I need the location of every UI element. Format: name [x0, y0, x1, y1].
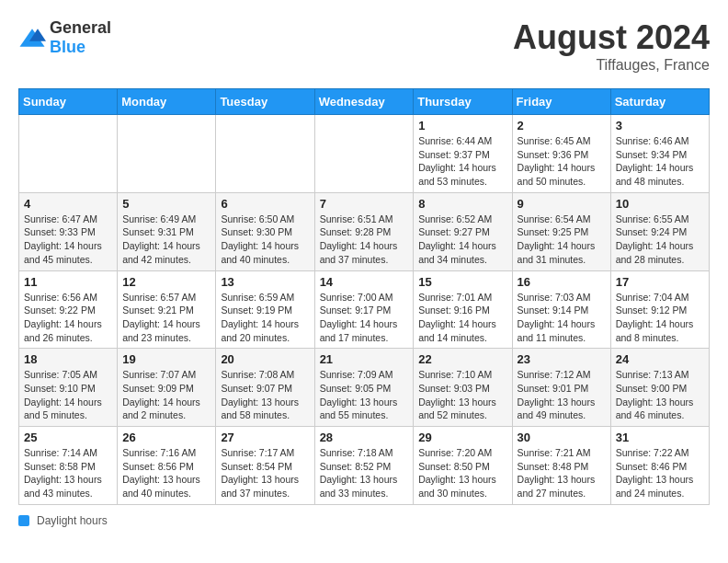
day-number: 18: [24, 352, 112, 366]
calendar-week-3: 11Sunrise: 6:56 AM Sunset: 9:22 PM Dayli…: [19, 270, 710, 349]
day-number: 12: [122, 275, 210, 289]
calendar-cell: 4Sunrise: 6:47 AM Sunset: 9:33 PM Daylig…: [19, 192, 118, 270]
calendar-week-2: 4Sunrise: 6:47 AM Sunset: 9:33 PM Daylig…: [19, 192, 710, 270]
day-detail: Sunrise: 7:17 AM Sunset: 8:54 PM Dayligh…: [221, 446, 309, 500]
day-detail: Sunrise: 7:08 AM Sunset: 9:07 PM Dayligh…: [221, 368, 309, 422]
calendar-cell: 5Sunrise: 6:49 AM Sunset: 9:31 PM Daylig…: [118, 192, 216, 270]
calendar-cell: 20Sunrise: 7:08 AM Sunset: 9:07 PM Dayli…: [216, 349, 314, 427]
day-detail: Sunrise: 7:10 AM Sunset: 9:03 PM Dayligh…: [418, 368, 506, 422]
calendar-cell: 7Sunrise: 6:51 AM Sunset: 9:28 PM Daylig…: [314, 192, 414, 270]
day-detail: Sunrise: 7:05 AM Sunset: 9:10 PM Dayligh…: [24, 368, 112, 422]
day-detail: Sunrise: 6:50 AM Sunset: 9:30 PM Dayligh…: [221, 213, 309, 267]
weekday-header-thursday: Thursday: [414, 89, 512, 115]
day-number: 3: [616, 119, 704, 132]
calendar-cell: 18Sunrise: 7:05 AM Sunset: 9:10 PM Dayli…: [19, 349, 118, 427]
calendar-cell: 16Sunrise: 7:03 AM Sunset: 9:14 PM Dayli…: [512, 270, 610, 349]
day-number: 10: [616, 197, 704, 211]
calendar-cell: 25Sunrise: 7:14 AM Sunset: 8:58 PM Dayli…: [19, 427, 118, 505]
calendar-cell: 29Sunrise: 7:20 AM Sunset: 8:50 PM Dayli…: [414, 427, 512, 505]
calendar-cell: 19Sunrise: 7:07 AM Sunset: 9:09 PM Dayli…: [118, 349, 216, 427]
footer: Daylight hours: [18, 514, 710, 527]
calendar-cell: [19, 115, 118, 193]
day-detail: Sunrise: 6:59 AM Sunset: 9:19 PM Dayligh…: [221, 291, 309, 345]
day-detail: Sunrise: 7:16 AM Sunset: 8:56 PM Dayligh…: [122, 446, 210, 500]
weekday-header-tuesday: Tuesday: [216, 89, 314, 115]
day-number: 16: [518, 275, 606, 289]
day-number: 11: [24, 275, 112, 289]
day-detail: Sunrise: 7:00 AM Sunset: 9:17 PM Dayligh…: [320, 291, 409, 345]
day-detail: Sunrise: 7:01 AM Sunset: 9:16 PM Dayligh…: [418, 291, 506, 345]
day-detail: Sunrise: 7:13 AM Sunset: 9:00 PM Dayligh…: [616, 368, 704, 422]
day-detail: Sunrise: 7:20 AM Sunset: 8:50 PM Dayligh…: [418, 446, 506, 500]
day-detail: Sunrise: 6:52 AM Sunset: 9:27 PM Dayligh…: [418, 213, 506, 267]
calendar-cell: 26Sunrise: 7:16 AM Sunset: 8:56 PM Dayli…: [118, 427, 216, 505]
calendar-cell: 30Sunrise: 7:21 AM Sunset: 8:48 PM Dayli…: [512, 427, 610, 505]
calendar-cell: 13Sunrise: 6:59 AM Sunset: 9:19 PM Dayli…: [216, 270, 314, 349]
day-number: 27: [221, 431, 309, 444]
weekday-header-friday: Friday: [512, 89, 610, 115]
calendar-cell: 22Sunrise: 7:10 AM Sunset: 9:03 PM Dayli…: [414, 349, 512, 427]
day-number: 21: [320, 352, 409, 366]
day-detail: Sunrise: 6:51 AM Sunset: 9:28 PM Dayligh…: [320, 213, 409, 267]
calendar-cell: 2Sunrise: 6:45 AM Sunset: 9:36 PM Daylig…: [512, 115, 610, 193]
calendar-cell: 9Sunrise: 6:54 AM Sunset: 9:25 PM Daylig…: [512, 192, 610, 270]
day-detail: Sunrise: 7:04 AM Sunset: 9:12 PM Dayligh…: [616, 291, 704, 345]
logo-general: General: [50, 18, 111, 37]
calendar-cell: [314, 115, 414, 193]
calendar-table: SundayMondayTuesdayWednesdayThursdayFrid…: [18, 88, 710, 505]
calendar-cell: 27Sunrise: 7:17 AM Sunset: 8:54 PM Dayli…: [216, 427, 314, 505]
day-detail: Sunrise: 7:03 AM Sunset: 9:14 PM Dayligh…: [518, 291, 606, 345]
day-number: 1: [418, 119, 506, 132]
logo: General Blue: [18, 18, 111, 57]
calendar-cell: [216, 115, 314, 193]
day-number: 2: [518, 119, 606, 132]
day-detail: Sunrise: 6:55 AM Sunset: 9:24 PM Dayligh…: [616, 213, 704, 267]
month-year-title: August 2024: [513, 18, 710, 57]
day-number: 26: [122, 431, 210, 444]
day-detail: Sunrise: 6:54 AM Sunset: 9:25 PM Dayligh…: [518, 213, 606, 267]
day-detail: Sunrise: 7:12 AM Sunset: 9:01 PM Dayligh…: [518, 368, 606, 422]
day-detail: Sunrise: 7:18 AM Sunset: 8:52 PM Dayligh…: [320, 446, 409, 500]
day-detail: Sunrise: 6:57 AM Sunset: 9:21 PM Dayligh…: [122, 291, 210, 345]
day-detail: Sunrise: 7:09 AM Sunset: 9:05 PM Dayligh…: [320, 368, 409, 422]
logo-blue: Blue: [50, 38, 85, 56]
calendar-cell: 24Sunrise: 7:13 AM Sunset: 9:00 PM Dayli…: [610, 349, 709, 427]
day-number: 23: [518, 352, 606, 366]
calendar-cell: 23Sunrise: 7:12 AM Sunset: 9:01 PM Dayli…: [512, 349, 610, 427]
calendar-cell: 17Sunrise: 7:04 AM Sunset: 9:12 PM Dayli…: [610, 270, 709, 349]
day-detail: Sunrise: 7:22 AM Sunset: 8:46 PM Dayligh…: [616, 446, 704, 500]
day-number: 22: [418, 352, 506, 366]
day-number: 14: [320, 275, 409, 289]
day-number: 7: [320, 197, 409, 211]
logo-icon: [18, 27, 46, 49]
title-block: August 2024 Tiffauges, France: [513, 18, 710, 74]
weekday-header-saturday: Saturday: [610, 89, 709, 115]
day-number: 25: [24, 431, 112, 444]
day-detail: Sunrise: 6:47 AM Sunset: 9:33 PM Dayligh…: [24, 213, 112, 267]
day-detail: Sunrise: 7:07 AM Sunset: 9:09 PM Dayligh…: [122, 368, 210, 422]
calendar-cell: 12Sunrise: 6:57 AM Sunset: 9:21 PM Dayli…: [118, 270, 216, 349]
calendar-week-5: 25Sunrise: 7:14 AM Sunset: 8:58 PM Dayli…: [19, 427, 710, 505]
legend-label: Daylight hours: [37, 514, 108, 527]
calendar-cell: 6Sunrise: 6:50 AM Sunset: 9:30 PM Daylig…: [216, 192, 314, 270]
weekday-header-sunday: Sunday: [19, 89, 118, 115]
day-detail: Sunrise: 6:45 AM Sunset: 9:36 PM Dayligh…: [518, 134, 606, 189]
day-detail: Sunrise: 6:49 AM Sunset: 9:31 PM Dayligh…: [122, 213, 210, 267]
calendar-cell: 8Sunrise: 6:52 AM Sunset: 9:27 PM Daylig…: [414, 192, 512, 270]
calendar-cell: 14Sunrise: 7:00 AM Sunset: 9:17 PM Dayli…: [314, 270, 414, 349]
calendar-week-1: 1Sunrise: 6:44 AM Sunset: 9:37 PM Daylig…: [19, 115, 710, 193]
weekday-header-wednesday: Wednesday: [314, 89, 414, 115]
day-number: 24: [616, 352, 704, 366]
day-number: 9: [518, 197, 606, 211]
day-number: 20: [221, 352, 309, 366]
day-detail: Sunrise: 6:46 AM Sunset: 9:34 PM Dayligh…: [616, 134, 704, 189]
page-header: General Blue August 2024 Tiffauges, Fran…: [18, 18, 710, 74]
calendar-cell: 28Sunrise: 7:18 AM Sunset: 8:52 PM Dayli…: [314, 427, 414, 505]
weekday-header-monday: Monday: [118, 89, 216, 115]
weekday-header-row: SundayMondayTuesdayWednesdayThursdayFrid…: [19, 89, 710, 115]
calendar-cell: 3Sunrise: 6:46 AM Sunset: 9:34 PM Daylig…: [610, 115, 709, 193]
calendar-week-4: 18Sunrise: 7:05 AM Sunset: 9:10 PM Dayli…: [19, 349, 710, 427]
day-detail: Sunrise: 7:21 AM Sunset: 8:48 PM Dayligh…: [518, 446, 606, 500]
day-number: 29: [418, 431, 506, 444]
logo-text: General Blue: [50, 18, 111, 57]
